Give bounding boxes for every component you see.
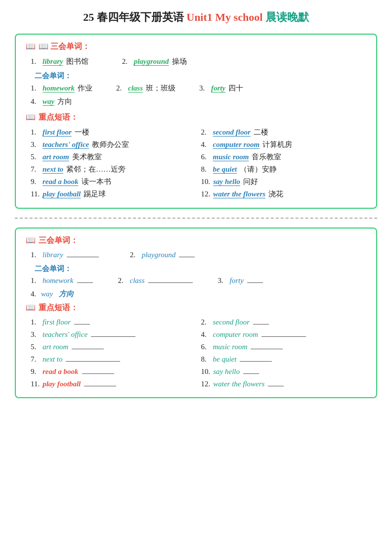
phrase-art-room: 5. art room 美术教室 <box>31 152 196 162</box>
blank-next-to <box>66 361 120 362</box>
answer-music-room: music room <box>213 153 249 161</box>
bottom-vocab-forty: 3. forty <box>218 277 264 285</box>
bottom-vocab-playground: 2. playground <box>130 251 197 259</box>
bottom-phrase-computer-room: 4. computer room <box>201 330 367 339</box>
er-hui-row1: 1. homework 作业 2. class 班；班级 3. forty 四十 <box>31 84 366 95</box>
bottom-san-hui-header: 📖 三会单词： <box>26 235 366 246</box>
page-title: 25 春四年级下册英语 Unit1 My school 晨读晚默 <box>15 10 377 25</box>
vocab-item-way: 4. way 方向 <box>31 97 72 106</box>
blank-art-room <box>72 349 104 349</box>
blank-forty <box>247 282 263 283</box>
bottom-phrase-be-quiet: 8. be quiet <box>201 355 367 364</box>
blank-say-hello <box>243 373 259 374</box>
blank-library <box>67 257 99 257</box>
answer-say-hello: say hello <box>213 178 240 186</box>
title-unit: Unit1 My school <box>186 11 265 23</box>
blank-water-flowers <box>268 386 284 386</box>
bottom-art-room: art room <box>43 343 68 351</box>
answer-first-floor: first floor <box>43 128 72 137</box>
title-chinese: 晨读晚默 <box>265 11 309 23</box>
bottom-vocab-library: 1. library <box>31 251 100 259</box>
answer-homework: homework <box>43 84 75 92</box>
phrase-second-floor: 2. second floor 二楼 <box>201 128 367 137</box>
bottom-phrases-grid: 1. first floor 2. second floor 3. teache… <box>31 318 366 388</box>
bottom-playground-word: playground <box>142 251 176 259</box>
er-hui-header: 二会单词： <box>35 71 366 81</box>
bottom-read-a-book: read a book <box>43 368 79 376</box>
answer-playground: playground <box>134 57 169 66</box>
bottom-section-box: 📖 三会单词： 1. library 2. playground 二会单词： 1… <box>15 228 377 398</box>
phrase-next-to: 7. next to 紧邻；在……近旁 <box>31 165 196 174</box>
blank-first-floor <box>74 324 90 324</box>
bottom-music-room: music room <box>213 343 248 351</box>
bottom-play-football: play football <box>43 380 81 388</box>
bottom-computer-room: computer room <box>213 330 259 339</box>
answer-read-a-book: read a book <box>43 178 79 186</box>
dashed-divider <box>15 218 377 219</box>
phrase-computer-room: 4. computer room 计算机房 <box>201 140 367 149</box>
blank-be-quiet <box>240 361 272 362</box>
bottom-phrase-second-floor: 2. second floor <box>201 318 367 326</box>
bottom-way-word: way <box>41 290 53 298</box>
answer-be-quiet: be quiet <box>213 165 237 174</box>
bottom-say-hello: say hello <box>213 368 240 376</box>
bottom-phrase-next-to: 7. next to <box>31 355 196 364</box>
bottom-vocab-homework: 1. homework <box>31 277 94 285</box>
bottom-teachers-office: teachers' office <box>43 330 87 339</box>
phrases-grid-top: 1. first floor 一楼 2. second floor 二楼 3. … <box>31 128 366 199</box>
answer-way: way <box>43 97 54 106</box>
top-section-box: 📖 📖 三会单词： 1. library 图书馆 2. playground 操… <box>15 34 377 209</box>
blank-class <box>148 282 193 283</box>
bottom-second-floor: second floor <box>213 318 250 326</box>
san-hui-row: 1. library 图书馆 2. playground 操场 <box>31 57 366 68</box>
title-prefix: 25 春四年级下册英语 <box>83 11 186 23</box>
bottom-phrase-first-floor: 1. first floor <box>31 318 196 326</box>
answer-class: class <box>128 84 143 92</box>
san-hui-header: 📖 📖 三会单词： <box>26 42 366 52</box>
vocab-item-class: 2. class 班；班级 <box>116 84 175 93</box>
phrase-music-room: 6. music room 音乐教室 <box>201 152 367 162</box>
book-icon-2: 📖 <box>26 113 36 121</box>
blank-teachers-office <box>91 336 135 337</box>
blank-second-floor <box>253 324 269 324</box>
answer-water-flowers: water the flowers <box>213 190 265 198</box>
bottom-library-word: library <box>43 251 63 259</box>
vocab-item-forty: 3. forty 四十 <box>199 84 243 93</box>
bottom-er-hui-row1: 1. homework 2. class 3. forty <box>31 277 366 287</box>
bottom-er-hui-header: 二会单词： <box>35 264 366 274</box>
bottom-forty-word: forty <box>230 277 244 285</box>
bottom-homework-word: homework <box>43 277 74 285</box>
bottom-phrase-water-flowers: 12. water the flowers <box>201 380 367 388</box>
bottom-phrase-music-room: 6. music room <box>201 343 367 351</box>
vocab-item-library: 1. library 图书馆 <box>31 57 88 66</box>
bottom-vocab-class: 2. class <box>118 277 194 285</box>
blank-playground <box>179 257 195 257</box>
blank-computer-room <box>261 336 306 337</box>
bottom-zhong-dian-header: 📖 重点短语： <box>26 303 366 313</box>
bottom-phrase-say-hello: 10. say hello <box>201 368 367 376</box>
phrase-read-a-book: 9. read a book 读一本书 <box>31 177 196 186</box>
answer-second-floor: second floor <box>213 128 251 137</box>
bottom-phrase-play-football: 11. play football <box>31 380 196 388</box>
blank-read-a-book <box>82 373 114 374</box>
vocab-item-playground: 2. playground 操场 <box>122 57 187 66</box>
answer-next-to: next to <box>43 165 63 174</box>
er-hui-row2: 4. way 方向 <box>31 97 366 108</box>
phrase-say-hello: 10. say hello 问好 <box>201 177 367 186</box>
answer-forty: forty <box>211 84 225 92</box>
phrase-teachers-office: 3. teachers' office 教师办公室 <box>31 140 196 149</box>
bottom-first-floor: first floor <box>43 318 71 326</box>
book-icon-4: 📖 <box>26 303 36 312</box>
answer-computer-room: computer room <box>213 140 260 149</box>
blank-music-room <box>251 349 283 349</box>
bottom-phrase-teachers-office: 3. teachers' office <box>31 330 196 339</box>
vocab-item-homework: 1. homework 作业 <box>31 84 92 93</box>
zhong-dian-header: 📖 重点短语： <box>26 112 366 123</box>
bottom-san-hui-row: 1. library 2. playground <box>31 251 366 261</box>
answer-teachers-office: teachers' office <box>43 140 89 149</box>
book-icon-3: 📖 <box>26 236 36 244</box>
bottom-er-hui-row2: 4. way 方向 <box>31 289 366 299</box>
bottom-next-to: next to <box>43 355 62 364</box>
answer-play-football: play football <box>43 190 81 198</box>
bottom-way-zh: 方向 <box>59 290 74 298</box>
